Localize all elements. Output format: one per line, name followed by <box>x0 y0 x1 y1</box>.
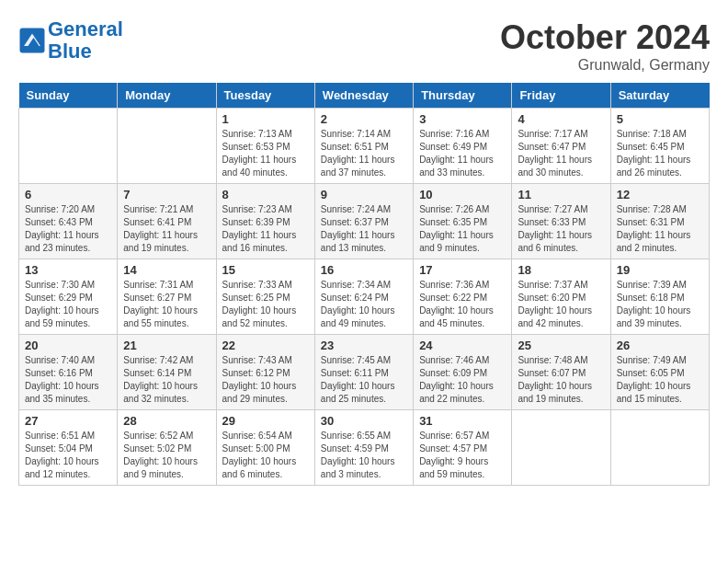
day-info: Sunrise: 6:54 AM Sunset: 5:00 PM Dayligh… <box>222 430 309 481</box>
day-info: Sunrise: 7:49 AM Sunset: 6:05 PM Dayligh… <box>617 354 703 406</box>
day-number: 11 <box>518 188 604 201</box>
day-number: 30 <box>321 414 407 428</box>
day-cell: 10Sunrise: 7:26 AM Sunset: 6:35 PM Dayli… <box>414 184 512 259</box>
day-number: 24 <box>419 339 506 352</box>
day-info: Sunrise: 7:42 AM Sunset: 6:14 PM Dayligh… <box>123 354 210 406</box>
header-wednesday: Wednesday <box>314 83 413 109</box>
header-monday: Monday <box>118 83 216 109</box>
day-number: 19 <box>617 263 703 277</box>
day-cell: 1Sunrise: 7:13 AM Sunset: 6:53 PM Daylig… <box>216 109 314 184</box>
week-row-2: 13Sunrise: 7:30 AM Sunset: 6:29 PM Dayli… <box>19 259 710 335</box>
day-cell: 28Sunrise: 6:52 AM Sunset: 5:02 PM Dayli… <box>118 410 216 486</box>
week-row-0: 1Sunrise: 7:13 AM Sunset: 6:53 PM Daylig… <box>19 109 710 184</box>
day-info: Sunrise: 7:37 AM Sunset: 6:20 PM Dayligh… <box>518 279 604 330</box>
day-cell: 21Sunrise: 7:42 AM Sunset: 6:14 PM Dayli… <box>118 335 216 410</box>
day-number: 12 <box>617 188 703 201</box>
day-number: 4 <box>518 112 604 126</box>
week-row-3: 20Sunrise: 7:40 AM Sunset: 6:16 PM Dayli… <box>19 335 710 410</box>
day-cell: 30Sunrise: 6:55 AM Sunset: 4:59 PM Dayli… <box>314 410 413 486</box>
day-cell: 8Sunrise: 7:23 AM Sunset: 6:39 PM Daylig… <box>216 184 314 259</box>
day-info: Sunrise: 7:27 AM Sunset: 6:33 PM Dayligh… <box>518 203 604 255</box>
day-number: 31 <box>419 414 506 428</box>
day-info: Sunrise: 7:48 AM Sunset: 6:07 PM Dayligh… <box>518 354 604 406</box>
day-number: 29 <box>222 414 309 428</box>
page-header: General Blue October 2024 Grunwald, Germ… <box>18 18 710 74</box>
day-cell: 6Sunrise: 7:20 AM Sunset: 6:43 PM Daylig… <box>19 184 118 259</box>
day-info: Sunrise: 6:55 AM Sunset: 4:59 PM Dayligh… <box>321 430 407 481</box>
day-cell <box>512 410 610 486</box>
day-number: 7 <box>123 188 210 201</box>
day-cell: 24Sunrise: 7:46 AM Sunset: 6:09 PM Dayli… <box>414 335 512 410</box>
day-number: 8 <box>222 188 309 201</box>
day-cell: 4Sunrise: 7:17 AM Sunset: 6:47 PM Daylig… <box>512 109 610 184</box>
day-info: Sunrise: 6:57 AM Sunset: 4:57 PM Dayligh… <box>419 430 506 481</box>
week-row-4: 27Sunrise: 6:51 AM Sunset: 5:04 PM Dayli… <box>19 410 710 486</box>
header-tuesday: Tuesday <box>216 83 314 109</box>
day-info: Sunrise: 7:14 AM Sunset: 6:51 PM Dayligh… <box>321 128 407 179</box>
day-info: Sunrise: 7:20 AM Sunset: 6:43 PM Dayligh… <box>25 203 111 255</box>
day-cell: 13Sunrise: 7:30 AM Sunset: 6:29 PM Dayli… <box>19 259 118 335</box>
month-title: October 2024 <box>500 18 710 57</box>
header-friday: Friday <box>512 83 610 109</box>
day-info: Sunrise: 7:46 AM Sunset: 6:09 PM Dayligh… <box>419 354 506 406</box>
day-cell <box>19 109 118 184</box>
day-info: Sunrise: 7:34 AM Sunset: 6:24 PM Dayligh… <box>321 279 407 330</box>
location-subtitle: Grunwald, Germany <box>500 57 710 74</box>
day-number: 14 <box>123 263 210 277</box>
day-info: Sunrise: 6:51 AM Sunset: 5:04 PM Dayligh… <box>25 430 111 481</box>
day-cell: 7Sunrise: 7:21 AM Sunset: 6:41 PM Daylig… <box>118 184 216 259</box>
day-number: 2 <box>321 112 407 126</box>
day-cell: 26Sunrise: 7:49 AM Sunset: 6:05 PM Dayli… <box>610 335 709 410</box>
logo: General Blue <box>18 18 123 63</box>
day-number: 20 <box>25 339 111 352</box>
day-number: 5 <box>617 112 703 126</box>
day-number: 13 <box>25 263 111 277</box>
header-sunday: Sunday <box>19 83 118 109</box>
day-number: 18 <box>518 263 604 277</box>
day-cell: 22Sunrise: 7:43 AM Sunset: 6:12 PM Dayli… <box>216 335 314 410</box>
day-cell: 16Sunrise: 7:34 AM Sunset: 6:24 PM Dayli… <box>314 259 413 335</box>
day-cell: 9Sunrise: 7:24 AM Sunset: 6:37 PM Daylig… <box>314 184 413 259</box>
day-cell: 11Sunrise: 7:27 AM Sunset: 6:33 PM Dayli… <box>512 184 610 259</box>
day-info: Sunrise: 7:17 AM Sunset: 6:47 PM Dayligh… <box>518 128 604 179</box>
header-saturday: Saturday <box>610 83 709 109</box>
day-number: 16 <box>321 263 407 277</box>
day-number: 3 <box>419 112 506 126</box>
day-info: Sunrise: 7:33 AM Sunset: 6:25 PM Dayligh… <box>222 279 309 330</box>
day-cell: 17Sunrise: 7:36 AM Sunset: 6:22 PM Dayli… <box>414 259 512 335</box>
logo-general: General <box>48 17 123 40</box>
day-cell: 2Sunrise: 7:14 AM Sunset: 6:51 PM Daylig… <box>314 109 413 184</box>
day-cell: 27Sunrise: 6:51 AM Sunset: 5:04 PM Dayli… <box>19 410 118 486</box>
day-cell: 25Sunrise: 7:48 AM Sunset: 6:07 PM Dayli… <box>512 335 610 410</box>
day-number: 26 <box>617 339 703 352</box>
day-info: Sunrise: 7:31 AM Sunset: 6:27 PM Dayligh… <box>123 279 210 330</box>
day-cell: 23Sunrise: 7:45 AM Sunset: 6:11 PM Dayli… <box>314 335 413 410</box>
day-cell: 19Sunrise: 7:39 AM Sunset: 6:18 PM Dayli… <box>610 259 709 335</box>
day-number: 17 <box>419 263 506 277</box>
day-cell: 29Sunrise: 6:54 AM Sunset: 5:00 PM Dayli… <box>216 410 314 486</box>
day-number: 22 <box>222 339 309 352</box>
day-info: Sunrise: 7:45 AM Sunset: 6:11 PM Dayligh… <box>321 354 407 406</box>
day-info: Sunrise: 7:28 AM Sunset: 6:31 PM Dayligh… <box>617 203 703 255</box>
header-row: SundayMondayTuesdayWednesdayThursdayFrid… <box>19 83 710 109</box>
header-thursday: Thursday <box>414 83 512 109</box>
day-cell <box>610 410 709 486</box>
day-info: Sunrise: 7:40 AM Sunset: 6:16 PM Dayligh… <box>25 354 111 406</box>
day-cell <box>118 109 216 184</box>
day-info: Sunrise: 7:13 AM Sunset: 6:53 PM Dayligh… <box>222 128 309 179</box>
title-block: October 2024 Grunwald, Germany <box>500 18 710 74</box>
day-cell: 5Sunrise: 7:18 AM Sunset: 6:45 PM Daylig… <box>610 109 709 184</box>
day-info: Sunrise: 6:52 AM Sunset: 5:02 PM Dayligh… <box>123 430 210 481</box>
day-cell: 20Sunrise: 7:40 AM Sunset: 6:16 PM Dayli… <box>19 335 118 410</box>
day-info: Sunrise: 7:16 AM Sunset: 6:49 PM Dayligh… <box>419 128 506 179</box>
day-number: 28 <box>123 414 210 428</box>
day-number: 1 <box>222 112 309 126</box>
day-info: Sunrise: 7:23 AM Sunset: 6:39 PM Dayligh… <box>222 203 309 255</box>
day-info: Sunrise: 7:21 AM Sunset: 6:41 PM Dayligh… <box>123 203 210 255</box>
day-cell: 14Sunrise: 7:31 AM Sunset: 6:27 PM Dayli… <box>118 259 216 335</box>
logo-icon <box>18 27 46 54</box>
day-number: 23 <box>321 339 407 352</box>
week-row-1: 6Sunrise: 7:20 AM Sunset: 6:43 PM Daylig… <box>19 184 710 259</box>
day-cell: 18Sunrise: 7:37 AM Sunset: 6:20 PM Dayli… <box>512 259 610 335</box>
day-cell: 15Sunrise: 7:33 AM Sunset: 6:25 PM Dayli… <box>216 259 314 335</box>
